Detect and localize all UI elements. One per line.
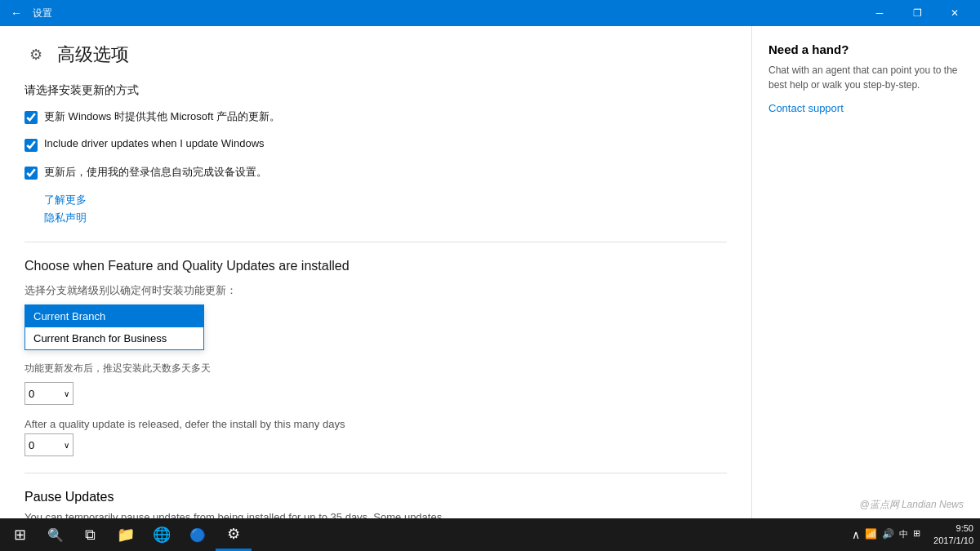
help-description: Chat with an agent that can point you to… xyxy=(768,63,964,92)
taskbar-apps: ⧉ 📁 🌐 🔵 ⚙ xyxy=(72,518,252,551)
taskbar-icon-chrome[interactable]: 🔵 xyxy=(180,518,216,551)
main-container: ⚙ 高级选项 请选择安装更新的方式 更新 Windows 时提供其他 Micro… xyxy=(0,26,980,518)
contact-support-link[interactable]: Contact support xyxy=(768,102,844,114)
systray-icons: ∧ 📶 🔊 中 ⊞ xyxy=(852,528,920,541)
page-title: 高级选项 xyxy=(57,42,129,67)
gear-icon: ⚙ xyxy=(24,43,47,66)
restore-button[interactable]: ❐ xyxy=(898,0,936,26)
defer-label-2: After a quality update is released, defe… xyxy=(24,418,727,430)
section-title-update: 请选择安装更新的方式 xyxy=(24,83,727,98)
back-button[interactable]: ← xyxy=(7,3,26,23)
feature-section-heading: Choose when Feature and Quality Updates … xyxy=(24,259,727,273)
pause-section-heading: Pause Updates xyxy=(24,490,727,504)
branch-dropdown-open[interactable]: Current Branch Current Branch for Busine… xyxy=(24,304,204,350)
systray-network-icon[interactable]: 📶 xyxy=(865,528,877,541)
divider-1 xyxy=(24,242,727,242)
privacy-link[interactable]: 隐私声明 xyxy=(44,211,727,225)
start-button[interactable]: ⊞ xyxy=(0,518,39,551)
branch-label: 选择分支就绪级别以确定何时安装功能更新： xyxy=(24,283,727,298)
systray: ∧ 📶 🔊 中 ⊞ xyxy=(845,528,927,541)
checkbox-microsoft-updates[interactable] xyxy=(24,111,38,124)
taskbar-clock: 9:50 2017/1/10 xyxy=(927,522,980,548)
clock-time: 9:50 xyxy=(956,522,973,535)
pause-description: You can temporarily pause updates from b… xyxy=(24,511,449,518)
defer-days-1-select[interactable]: 0 ∨ xyxy=(24,382,74,405)
taskbar-icon-explorer[interactable]: 📁 xyxy=(108,518,144,551)
defer-days-1-wrapper: 0 ∨ xyxy=(24,382,727,405)
right-panel: Need a hand? Chat with an agent that can… xyxy=(751,26,980,518)
checkbox-row-3: 更新后，使用我的登录信息自动完成设备设置。 xyxy=(24,165,727,180)
search-button[interactable]: 🔍 xyxy=(39,518,72,551)
defer-days-2-wrapper: 0 ∨ xyxy=(24,433,727,456)
divider-2 xyxy=(24,473,727,473)
watermark: @蓝点网 Landian News xyxy=(859,498,964,512)
checkbox-label-2: Include driver updates when I update Win… xyxy=(44,137,265,149)
systray-up-arrow[interactable]: ∧ xyxy=(852,528,860,541)
taskbar-icon-task-view[interactable]: ⧉ xyxy=(72,518,108,551)
clock-date: 2017/1/10 xyxy=(933,535,973,547)
title-bar-left: ← 设置 xyxy=(7,3,52,23)
window-controls: ─ ❐ ✕ xyxy=(861,0,973,26)
minimize-button[interactable]: ─ xyxy=(861,0,898,26)
checkbox-label-1: 更新 Windows 时提供其他 Microsoft 产品的更新。 xyxy=(44,109,280,124)
branch-option-current[interactable]: Current Branch xyxy=(25,305,203,327)
checkbox-login-info[interactable] xyxy=(24,167,38,180)
checkbox-label-3: 更新后，使用我的登录信息自动完成设备设置。 xyxy=(44,165,267,180)
branch-option-business[interactable]: Current Branch for Business xyxy=(25,327,203,349)
systray-speaker-icon[interactable]: 🔊 xyxy=(882,528,894,541)
help-title: Need a hand? xyxy=(768,42,964,56)
taskbar-icon-edge[interactable]: 🌐 xyxy=(144,518,180,551)
checkbox3-links: 了解更多 隐私声明 xyxy=(44,193,727,225)
close-button[interactable]: ✕ xyxy=(936,0,973,26)
checkbox-row-2: Include driver updates when I update Win… xyxy=(24,137,727,152)
taskbar-icon-settings[interactable]: ⚙ xyxy=(216,518,252,551)
systray-extra-icon[interactable]: ⊞ xyxy=(913,528,920,541)
taskbar: ⊞ 🔍 ⧉ 📁 🌐 🔵 ⚙ ∧ 📶 🔊 中 ⊞ 9:50 2017/1/10 xyxy=(0,518,980,551)
checkbox-driver-updates[interactable] xyxy=(24,139,38,152)
content-area: ⚙ 高级选项 请选择安装更新的方式 更新 Windows 时提供其他 Micro… xyxy=(0,26,751,518)
defer-text-1: 功能更新发布后，推迟安装此天数多天多天 xyxy=(24,362,727,375)
learn-more-link[interactable]: 了解更多 xyxy=(44,193,727,207)
page-header: ⚙ 高级选项 xyxy=(24,42,727,67)
window-title: 设置 xyxy=(33,7,52,20)
defer-days-2-select[interactable]: 0 ∨ xyxy=(24,433,74,456)
title-bar: ← 设置 ─ ❐ ✕ xyxy=(0,0,980,26)
checkbox-row-1: 更新 Windows 时提供其他 Microsoft 产品的更新。 xyxy=(24,109,727,124)
systray-lang-icon[interactable]: 中 xyxy=(899,528,908,541)
